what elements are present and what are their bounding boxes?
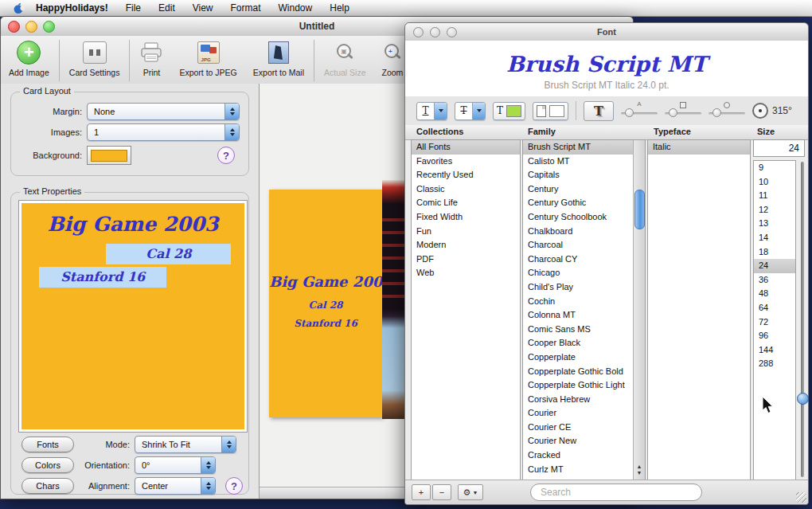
background-color-well[interactable] [87,146,131,165]
family-item[interactable]: Century Schoolbook [523,210,634,225]
collection-item[interactable]: Fixed Width [412,210,520,225]
text-color-button[interactable]: T [493,102,525,120]
app-menu-title[interactable]: HappyHolidays! [36,2,108,14]
document-color-button[interactable] [533,102,568,120]
family-item[interactable]: Curlz MT [523,463,634,477]
action-gear-button[interactable]: ⚙ ▼ [458,484,483,500]
card-line-title[interactable]: Big Game 2003 [269,273,382,290]
strikethrough-button[interactable]: T [455,102,486,120]
angle-wheel-icon[interactable] [752,103,768,119]
size-item[interactable]: 96 [754,329,795,343]
size-item[interactable]: 24 [754,259,795,273]
fonts-button[interactable]: Fonts [21,437,74,452]
size-item[interactable]: 10 [754,175,795,190]
collection-item[interactable]: Comic Life [412,196,520,210]
menu-item[interactable]: File [126,2,141,14]
card-layout-help-button[interactable]: ? [217,147,235,164]
text-line-title[interactable]: Big Game 2003 [21,213,244,236]
shadow-opacity-slider[interactable]: A [621,101,658,120]
size-item[interactable]: 12 [754,203,795,217]
family-item[interactable]: Cochin [523,295,634,309]
family-item[interactable]: Copperplate Gothic Bold [523,365,634,379]
scroll-up-icon[interactable]: ▲ [637,464,642,469]
menu-item[interactable]: Help [330,2,349,14]
size-item[interactable]: 48 [754,287,795,301]
shadow-angle-dial[interactable]: 315° [752,103,792,119]
text-shadow-button[interactable]: T [584,101,614,121]
resize-grip[interactable] [796,492,806,503]
family-item[interactable]: Charcoal CY [523,253,634,267]
family-item[interactable]: Calisto MT [523,155,634,169]
typeface-item[interactable]: Italic [648,140,750,155]
margin-popup[interactable]: None [87,103,240,120]
chars-button[interactable]: Chars [21,478,74,494]
collection-item[interactable]: All Fonts [412,140,520,155]
underline-button[interactable]: T [416,102,447,120]
card-settings-button[interactable]: Card Settings [61,40,128,77]
family-item[interactable]: Copperplate Gothic Light [523,378,634,393]
colors-button[interactable]: Colors [21,457,74,473]
size-item[interactable]: 72 [754,315,795,330]
font-panel-title-bar[interactable]: Font [405,23,808,41]
collection-item[interactable]: Recently Used [412,168,520,182]
card-preview[interactable]: Big Game 2003 Cal 28 Stanford 16 [269,190,382,417]
actual-size-button[interactable]: ▣ Actual Size [316,40,374,77]
alignment-popup[interactable]: Center [135,477,216,495]
export-mail-button[interactable]: Export to Mail [245,40,312,77]
family-scrollbar[interactable]: ▲ ▼ [633,140,645,480]
size-item[interactable]: 18 [754,245,795,260]
text-line-cal[interactable]: Cal 28 [106,244,231,264]
size-item[interactable]: 9 [754,161,795,175]
size-item[interactable]: 13 [754,217,795,231]
family-item[interactable]: Courier CE [523,421,634,435]
family-item[interactable]: Colonna MT [523,308,634,323]
text-preview-canvas[interactable]: Big Game 2003 Cal 28 Stanford 16 [21,203,244,429]
shadow-blur-slider[interactable] [665,101,701,120]
shadow-offset-slider[interactable] [709,101,745,120]
underline-menu-arrow-icon[interactable] [434,103,447,119]
orientation-popup[interactable]: 0° [135,456,216,474]
mode-popup[interactable]: Shrink To Fit [135,436,236,453]
export-jpeg-button[interactable]: JPG Export to JPEG [171,40,244,77]
family-item[interactable]: Cooper Black [523,336,634,350]
add-image-button[interactable]: + Add Image [1,40,57,77]
size-item[interactable]: 36 [754,273,795,288]
card-line-cal[interactable]: Cal 28 [269,300,382,311]
size-slider[interactable] [801,162,804,477]
family-item[interactable]: Child's Play [523,280,634,295]
size-slider-thumb[interactable] [797,393,809,405]
collection-item[interactable]: Classic [412,182,520,197]
images-popup[interactable]: 1 [87,123,240,141]
search-input[interactable] [530,484,702,501]
size-input[interactable] [753,139,805,157]
size-item[interactable]: 288 [754,357,795,371]
family-item[interactable]: Cracked [523,448,634,463]
strikethrough-menu-arrow-icon[interactable] [472,103,485,119]
family-item[interactable]: Century Gothic [523,196,634,210]
print-button[interactable]: Print [131,40,171,77]
size-item[interactable]: 144 [754,343,795,358]
menu-item[interactable]: Edit [158,2,175,14]
family-item[interactable]: Charcoal [523,238,634,253]
family-item[interactable]: Courier [523,406,634,421]
menu-item[interactable]: View [193,2,213,14]
text-line-stanford[interactable]: Stanford 16 [39,267,166,288]
text-properties-help-button[interactable]: ? [225,477,243,495]
family-item[interactable]: Corsiva Hebrew [523,393,634,407]
add-collection-button[interactable]: + [412,484,431,500]
size-item[interactable]: 64 [754,301,795,315]
family-item[interactable]: Chalkboard [523,225,634,239]
size-item[interactable]: 11 [754,189,795,203]
collection-item[interactable]: PDF [412,253,520,267]
slider-thumb[interactable] [625,108,634,117]
family-item[interactable]: Century [523,182,634,197]
slider-thumb[interactable] [712,108,721,117]
menu-item[interactable]: Format [231,2,261,14]
apple-menu-icon[interactable] [13,2,25,14]
family-item[interactable]: Courier New [523,434,634,448]
collection-item[interactable]: Fun [412,225,520,239]
collection-item[interactable]: Favorites [412,155,520,169]
slider-thumb[interactable] [669,108,677,117]
collection-item[interactable]: Web [412,266,520,280]
collection-item[interactable]: Modern [412,238,520,253]
